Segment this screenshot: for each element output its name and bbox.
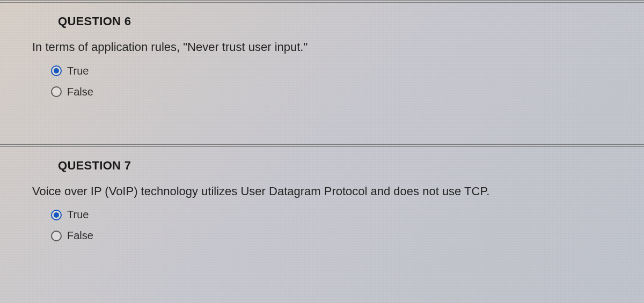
radio-icon[interactable] (51, 65, 62, 76)
question-block-7: QUESTION 7 Voice over IP (VoIP) technolo… (0, 147, 644, 242)
question-options: True False (0, 65, 644, 98)
question-prompt: In terms of application rules, "Never tr… (0, 39, 644, 65)
question-prompt: Voice over IP (VoIP) technology utilizes… (0, 183, 644, 209)
question-options: True False (0, 209, 644, 242)
option-label: False (67, 230, 93, 242)
question-block-6: QUESTION 6 In terms of application rules… (0, 3, 644, 98)
radio-icon[interactable] (51, 210, 62, 220)
option-label: False (67, 86, 93, 98)
option-true[interactable]: True (51, 65, 644, 77)
option-false[interactable]: False (51, 230, 644, 242)
option-false[interactable]: False (51, 86, 644, 98)
option-true[interactable]: True (51, 209, 644, 221)
question-heading: QUESTION 6 (0, 3, 644, 39)
question-heading: QUESTION 7 (0, 147, 644, 183)
option-label: True (67, 65, 89, 77)
radio-icon[interactable] (51, 86, 62, 97)
option-label: True (67, 209, 89, 221)
radio-icon[interactable] (51, 231, 62, 241)
